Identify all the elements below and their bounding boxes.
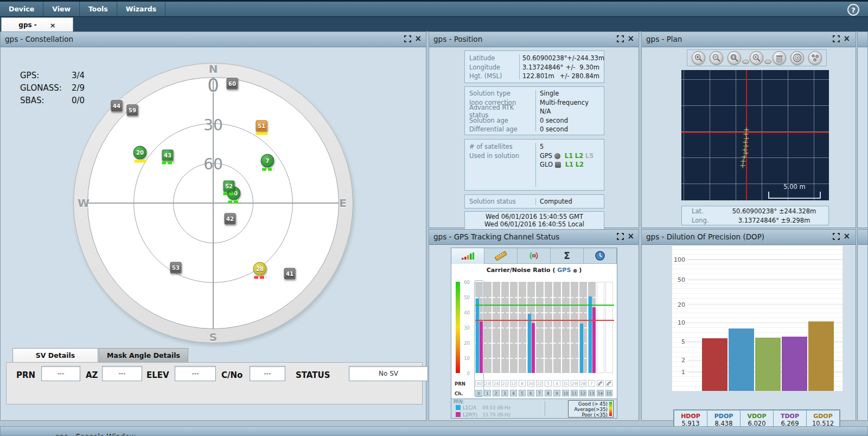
panel-plan: gps - Plan × 5.00 m Lat.50.60900238° ±24… (641, 31, 856, 228)
satellite-28[interactable]: 28 (253, 262, 267, 276)
satellite-59[interactable]: 59 (127, 105, 138, 116)
close-icon[interactable]: × (627, 35, 634, 42)
dop-bar-hdop (702, 338, 727, 391)
tracking-tab-bars[interactable] (451, 248, 484, 264)
satellite-60[interactable]: 60 (227, 78, 238, 90)
satellite-7[interactable]: 7 (261, 154, 275, 168)
pan-button[interactable] (750, 51, 763, 65)
solution-status-label: Solution status (465, 198, 533, 205)
satellite-53[interactable]: 53 (170, 262, 182, 274)
info-row: Differential age0 second (465, 125, 604, 134)
dop-chart: 125102050100 (672, 246, 843, 391)
elev-field[interactable]: --- (175, 366, 216, 381)
constellation-legend: GPS:3/4GLONASS:2/9SBAS:0/0 (5, 69, 85, 106)
cno-label: C/No (221, 370, 242, 380)
tracking-tab-sigma[interactable]: Σ (551, 248, 584, 264)
quality-line: Poor (<35) (569, 412, 608, 418)
zoom-in-button[interactable] (692, 51, 705, 65)
signal-quality-legend: Good (> 45)Average(>35)Poor (<35) (568, 400, 614, 418)
y-tick: 20 (672, 301, 685, 308)
tab-gps[interactable]: gps - × (1, 17, 73, 32)
time-local: Wed 06/01/2016 16:40:55 Local (465, 220, 604, 228)
close-icon[interactable]: × (414, 35, 422, 42)
expand-icon[interactable] (617, 233, 624, 240)
close-icon[interactable]: × (843, 233, 850, 240)
num-satellites-label: # of satellites (465, 143, 533, 150)
ch-box: 12 (579, 390, 586, 396)
dop-bar-pdop (729, 328, 754, 391)
satellite-42[interactable]: 42 (225, 213, 236, 225)
scale-label: 5.00 m (769, 183, 820, 191)
zoom-out-button[interactable] (710, 51, 723, 65)
expand-icon[interactable] (617, 35, 624, 42)
status-field[interactable]: No SV (349, 366, 428, 381)
long-value: 3.13724846° ±9.298m (720, 217, 828, 224)
prn-box: 31 (562, 380, 569, 387)
ch-box: 2 (493, 390, 500, 396)
trash-button[interactable] (773, 51, 786, 65)
scale-bar: 5.00 m (768, 192, 821, 199)
expand-icon[interactable] (404, 35, 411, 42)
satellite-44[interactable]: 44 (111, 100, 123, 112)
ch-box: 15 (605, 390, 612, 396)
channel-slot (588, 282, 596, 373)
panel-position-header: gps - Position × (429, 32, 639, 47)
dop-body: 125102050100 HDOP5.913PDOP8.438VDOP6.020… (642, 245, 856, 420)
lat-label: Lat. (682, 207, 720, 215)
panel-dop: gps - Dilution Of Precision (DOP) × 1251… (641, 229, 856, 421)
menu-item-wizards[interactable]: Wizards (117, 2, 165, 16)
menu-item-device[interactable]: Device (0, 2, 43, 16)
ch-box: 6 (527, 390, 534, 396)
elevation-label-60: 60 (203, 155, 223, 173)
glo-symbol (555, 162, 561, 168)
menu-item-view[interactable]: View (43, 2, 80, 16)
satellite-52[interactable]: 52 (224, 181, 235, 192)
coordinate-row: Latitude50.60900238°+/-244.33m (465, 54, 604, 63)
panel-title: gps - Plan (646, 35, 682, 43)
quality-line: Good (> 45) (569, 401, 608, 407)
zoom-window-button[interactable] (727, 51, 741, 65)
ch-row-label: Ch. (455, 391, 463, 396)
time-gmt: Wed 06/01/2016 15:40:55 GMT (465, 213, 604, 220)
menu-item-tools[interactable]: Tools (80, 2, 117, 16)
plan-plot[interactable]: 5.00 m (681, 70, 829, 200)
help-icon[interactable]: ? (847, 4, 859, 16)
l1-bar (476, 299, 479, 373)
legend-row: SBAS:0/0 (5, 94, 85, 106)
tracking-tab-signal[interactable] (518, 248, 551, 264)
center-button[interactable] (790, 51, 804, 65)
close-icon[interactable]: × (627, 233, 634, 240)
tracking-body: Σ Carrier/Noise Ratio ( GPS ● ) PRN Ch. … (429, 245, 639, 420)
tab-sv-details[interactable]: SV Details (12, 348, 98, 362)
channel-slot (510, 282, 518, 373)
expand-icon[interactable] (833, 35, 840, 42)
channel-slot (545, 282, 552, 373)
elev-label: ELEV (146, 370, 169, 380)
prn-field[interactable]: --- (41, 366, 80, 381)
satellite-43[interactable]: 43 (162, 150, 174, 161)
prn-row-label: PRN (455, 381, 465, 387)
az-field[interactable]: --- (102, 366, 142, 381)
cno-field[interactable]: --- (250, 366, 285, 381)
close-icon[interactable]: × (843, 35, 850, 42)
expand-icon[interactable] (833, 233, 840, 240)
channel-slot (605, 282, 613, 373)
satellite-41[interactable]: 41 (284, 268, 296, 280)
compass-south: S (209, 331, 217, 344)
tracking-tab-ruler[interactable] (484, 248, 518, 264)
signal-underline (223, 193, 235, 195)
tab-close-icon[interactable]: × (50, 21, 56, 29)
tab-mask-angle-details[interactable]: Mask Angle Details (99, 348, 188, 362)
legend-items: L1C/A49.03 dB-HzL2P(Y)33.79 dB-Hz (456, 405, 510, 419)
satellites-button[interactable] (808, 51, 822, 65)
y-tick: 50 (672, 276, 685, 283)
legend-row: GLONASS:2/9 (5, 81, 85, 94)
satellite-20[interactable]: 20 (133, 146, 147, 160)
panel-tracking-header: gps - GPS Tracking Channel Status × (429, 230, 639, 245)
solution-status-box: Solution status Computed (464, 194, 604, 208)
panel-tracking: gps - GPS Tracking Channel Status × Σ Ca… (429, 229, 639, 421)
tracking-tab-clock[interactable] (584, 248, 617, 264)
ch-box: 1 (484, 390, 491, 396)
panel-console-header: gps - Console Window (0, 426, 868, 436)
satellite-51[interactable]: 51 (256, 121, 267, 132)
